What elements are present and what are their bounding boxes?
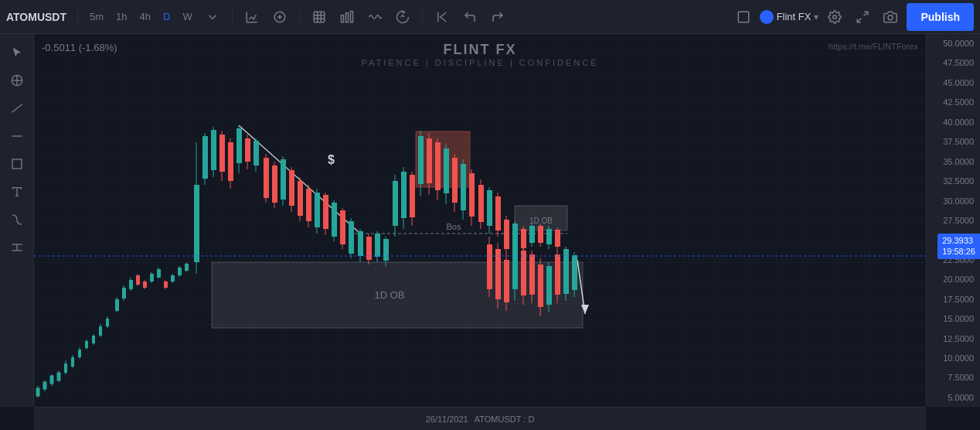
separator-1 xyxy=(77,9,78,25)
camera-icon[interactable] xyxy=(879,7,902,27)
flint-fx-chevron-icon[interactable]: ▾ xyxy=(814,12,818,22)
svg-rect-61 xyxy=(143,282,147,288)
svg-rect-59 xyxy=(136,275,140,285)
svg-rect-63 xyxy=(150,274,154,282)
price-label-32: 32.5000 xyxy=(927,176,980,186)
svg-rect-67 xyxy=(164,282,168,288)
svg-rect-69 xyxy=(171,275,175,282)
svg-rect-137 xyxy=(461,164,466,210)
timeframe-d[interactable]: D xyxy=(159,9,174,25)
timeframe-5m[interactable]: 5m xyxy=(86,9,107,25)
price-label-5: 5.0000 xyxy=(927,393,980,402)
svg-rect-175 xyxy=(546,266,552,305)
price-label-50: 50.0000 xyxy=(927,39,980,48)
svg-rect-22 xyxy=(12,159,22,169)
current-price-value: 29.3933 xyxy=(942,236,973,245)
svg-rect-37 xyxy=(57,373,60,381)
svg-rect-51 xyxy=(106,319,109,326)
wave-icon[interactable] xyxy=(363,7,386,27)
trend-line-tool[interactable] xyxy=(5,96,29,121)
publish-button[interactable]: Publish xyxy=(907,3,974,31)
flint-logo-icon xyxy=(760,10,774,24)
separator-4 xyxy=(422,9,423,25)
svg-rect-3 xyxy=(314,12,325,22)
bottom-bar: 26/11/2021 ATOMUSDT : D xyxy=(34,407,926,430)
flint-fx-name: Flint FX xyxy=(777,11,812,22)
price-axis: 50.0000 47.5000 45.0000 42.5000 40.0000 … xyxy=(926,34,980,407)
symbol-label[interactable]: ATOMUSDT xyxy=(6,11,66,23)
svg-rect-89 xyxy=(254,141,259,166)
svg-rect-103 xyxy=(315,193,320,227)
svg-rect-139 xyxy=(469,173,475,217)
measure-tool[interactable] xyxy=(5,235,29,260)
1d-ob-main-label: 1D OB xyxy=(374,289,404,301)
svg-rect-79 xyxy=(211,130,216,170)
price-label-40: 40.0000 xyxy=(927,118,980,127)
price-change-label: -0.5011 (-1.68%) xyxy=(42,42,117,53)
price-label-47: 47.5000 xyxy=(927,58,980,67)
bos-label: Bos xyxy=(447,222,461,231)
dollar-sign-annotation: $ xyxy=(328,153,335,166)
price-label-17: 17.5000 xyxy=(927,295,980,304)
timeframe-w[interactable]: W xyxy=(179,9,196,25)
svg-rect-99 xyxy=(298,181,303,216)
svg-rect-171 xyxy=(529,254,535,295)
rectangle-icon[interactable] xyxy=(732,7,755,27)
price-label-10: 10.0000 xyxy=(927,353,980,363)
indicators-icon[interactable] xyxy=(240,7,264,27)
chart-area[interactable]: FLINT FX PATIENCE | DISCIPLINE | CONFIDE… xyxy=(34,34,926,407)
add-indicator-icon[interactable] xyxy=(268,7,291,27)
horizontal-line-tool[interactable] xyxy=(5,124,29,148)
svg-rect-145 xyxy=(495,196,501,230)
chevron-down-icon[interactable] xyxy=(201,7,224,27)
drawing-tools-icon[interactable] xyxy=(308,7,331,27)
crosshair-tool[interactable] xyxy=(5,68,29,93)
svg-rect-117 xyxy=(375,234,380,257)
price-label-20: 20.0000 xyxy=(927,275,980,284)
redo-icon[interactable] xyxy=(486,7,509,27)
svg-rect-65 xyxy=(157,269,161,278)
svg-rect-93 xyxy=(272,166,277,203)
candlestick-chart[interactable]: 1D OB Bos 1D OB $ xyxy=(34,34,926,407)
fullscreen-icon[interactable] xyxy=(851,7,874,27)
svg-rect-125 xyxy=(410,175,415,217)
text-tool[interactable] xyxy=(5,179,29,204)
svg-rect-119 xyxy=(383,239,389,261)
svg-rect-31 xyxy=(36,388,39,396)
svg-rect-71 xyxy=(178,268,182,275)
svg-rect-129 xyxy=(427,138,432,183)
svg-rect-33 xyxy=(43,382,46,389)
svg-rect-109 xyxy=(340,210,345,244)
svg-rect-101 xyxy=(306,189,311,221)
svg-rect-105 xyxy=(323,195,328,229)
settings-icon[interactable] xyxy=(823,7,846,27)
timeframe-1h[interactable]: 1h xyxy=(112,9,131,25)
price-label-15: 15.0000 xyxy=(927,314,980,323)
price-label-30: 30.0000 xyxy=(927,196,980,206)
price-label-27: 27.5000 xyxy=(927,216,980,225)
skip-back-icon[interactable] xyxy=(430,7,454,27)
timeframe-4h[interactable]: 4h xyxy=(136,9,155,25)
svg-rect-91 xyxy=(264,158,269,198)
right-toolbar: Flint FX ▾ Publish xyxy=(732,3,974,31)
svg-rect-107 xyxy=(332,203,337,237)
svg-rect-45 xyxy=(85,341,88,348)
rectangle-tool[interactable] xyxy=(5,152,29,176)
svg-rect-12 xyxy=(738,12,749,22)
cursor-tool[interactable] xyxy=(5,40,29,65)
chart-date: 26/11/2021 xyxy=(426,415,468,424)
svg-rect-95 xyxy=(281,159,286,200)
separator-2 xyxy=(232,9,233,25)
price-label-35: 35.0000 xyxy=(927,157,980,166)
replay-icon[interactable] xyxy=(391,7,414,27)
price-label-7: 7.5000 xyxy=(927,373,980,382)
svg-rect-123 xyxy=(401,172,407,218)
svg-rect-169 xyxy=(521,251,526,295)
undo-icon[interactable] xyxy=(458,7,481,27)
svg-rect-141 xyxy=(478,185,484,222)
svg-rect-163 xyxy=(495,249,501,299)
fibonacci-tool[interactable] xyxy=(5,207,29,232)
svg-rect-41 xyxy=(71,357,74,367)
flint-fx-branding[interactable]: Flint FX ▾ xyxy=(760,10,819,24)
bar-chart-icon[interactable] xyxy=(335,7,359,27)
